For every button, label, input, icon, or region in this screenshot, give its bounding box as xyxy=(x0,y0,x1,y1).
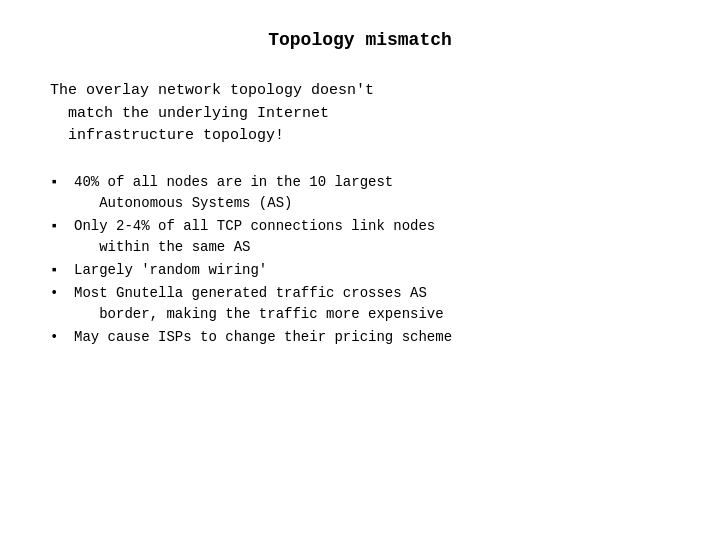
list-item: •May cause ISPs to change their pricing … xyxy=(50,327,670,348)
list-item: ▪Only 2-4% of all TCP connections link n… xyxy=(50,216,670,258)
list-item: •Most Gnutella generated traffic crosses… xyxy=(50,283,670,325)
list-item: ▪Largely 'random wiring' xyxy=(50,260,670,281)
page: Topology mismatch The overlay network to… xyxy=(0,0,720,540)
page-title: Topology mismatch xyxy=(268,30,452,50)
bullet-text: Most Gnutella generated traffic crosses … xyxy=(74,283,444,325)
bullet-symbol: ▪ xyxy=(50,216,70,237)
bullet-symbol: ▪ xyxy=(50,172,70,193)
bullet-text: 40% of all nodes are in the 10 largest A… xyxy=(74,172,393,214)
list-item: ▪40% of all nodes are in the 10 largest … xyxy=(50,172,670,214)
bullet-symbol: • xyxy=(50,327,70,348)
intro-paragraph: The overlay network topology doesn't mat… xyxy=(50,80,670,148)
bullet-text: Only 2-4% of all TCP connections link no… xyxy=(74,216,435,258)
bullet-symbol: • xyxy=(50,283,70,304)
bullet-text: Largely 'random wiring' xyxy=(74,260,267,281)
bullet-symbol: ▪ xyxy=(50,260,70,281)
title-area: Topology mismatch xyxy=(50,30,670,50)
bullet-text: May cause ISPs to change their pricing s… xyxy=(74,327,452,348)
bullet-section: ▪40% of all nodes are in the 10 largest … xyxy=(50,172,670,350)
